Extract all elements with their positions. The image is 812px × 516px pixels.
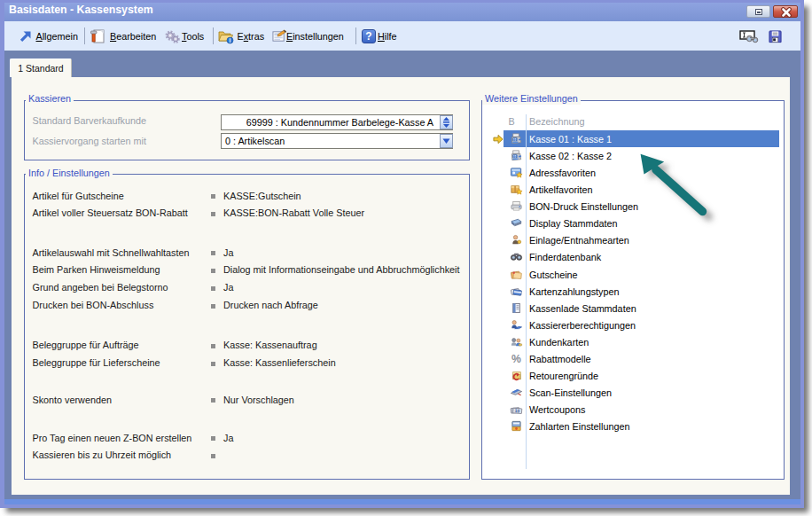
- svg-text:i: i: [230, 37, 231, 43]
- svg-text:10: 10: [514, 408, 519, 413]
- svg-text:%: %: [511, 353, 521, 365]
